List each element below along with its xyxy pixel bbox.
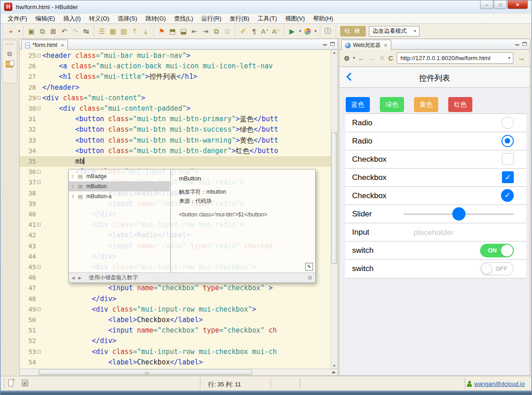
menu-item-r[interactable]: 运行(R) bbox=[197, 14, 225, 24]
go-icon[interactable]: → bbox=[517, 53, 525, 63]
fold-toggle-icon[interactable]: – bbox=[37, 350, 41, 354]
code-line-53[interactable]: 53– <div class="mui-input-row mui-checkb… bbox=[20, 347, 331, 357]
fold-toggle-icon[interactable]: – bbox=[37, 308, 41, 311]
menu-item-l[interactable]: 查找(L) bbox=[170, 14, 197, 24]
stop-icon[interactable]: ✕ bbox=[379, 55, 384, 62]
menu-item-e[interactable]: 编辑(E) bbox=[31, 14, 59, 24]
font-increase-icon[interactable]: A⁺ bbox=[260, 26, 270, 36]
shift-right-icon[interactable]: ⇥ bbox=[200, 26, 210, 36]
code-line-33[interactable]: 33 <button class="mui-btn mui-btn-warnin… bbox=[20, 135, 331, 146]
fold-toggle-icon[interactable]: – bbox=[37, 180, 41, 184]
delete-line-icon[interactable]: ▧ bbox=[119, 26, 129, 36]
join-lines-icon[interactable]: ▦ bbox=[108, 26, 118, 36]
checkbox-round-control[interactable]: ✓ bbox=[501, 189, 514, 202]
run-icon[interactable]: ▶ bbox=[287, 26, 297, 36]
restore-views-icon[interactable]: ⧉ bbox=[7, 50, 12, 58]
account-link[interactable]: wangan@dcloud.io bbox=[467, 380, 525, 387]
radio-control[interactable] bbox=[501, 135, 514, 147]
code-line-50[interactable]: 50 <label>Checkbox</label> bbox=[20, 315, 331, 325]
reindent-icon[interactable]: ↹ bbox=[81, 26, 91, 36]
rail-grip[interactable] bbox=[5, 44, 14, 45]
code-line-51[interactable]: 51 <input name="checkbox" type="checkbox… bbox=[20, 325, 331, 336]
color-button[interactable]: 黄色 bbox=[414, 97, 438, 112]
view-mode-select-caret[interactable]: ▼ bbox=[413, 29, 417, 33]
fold-toggle-icon[interactable]: – bbox=[37, 265, 41, 269]
autocomplete-settings-icon[interactable]: ⚙ bbox=[307, 275, 312, 281]
undo-icon[interactable]: ↶ bbox=[59, 26, 69, 36]
menu-item-h[interactable]: 帮助(H) bbox=[309, 14, 337, 24]
color-button[interactable]: 蓝色 bbox=[346, 97, 370, 112]
code-line-34[interactable]: 34 <button class="mui-btn mui-btn-danger… bbox=[20, 146, 331, 156]
highlighter-icon[interactable]: ✐ bbox=[238, 26, 248, 36]
back-icon[interactable]: ← bbox=[358, 54, 365, 62]
code-line-25[interactable]: 25–<header class="mui-bar mui-bar-nav"> bbox=[20, 51, 331, 61]
new-snippet-icon[interactable] bbox=[8, 380, 13, 386]
scroll-up-icon[interactable]: ▲ bbox=[331, 51, 338, 55]
save-icon[interactable]: ▣ bbox=[26, 26, 36, 36]
insert-line-above-icon[interactable]: ⬒ bbox=[168, 26, 178, 36]
menu-item-f[interactable]: 文件(F) bbox=[4, 14, 31, 24]
autocomplete-item-mbutton[interactable]: 2▤mButton bbox=[69, 181, 170, 191]
toggle-switch[interactable]: ON bbox=[480, 244, 514, 257]
fold-toggle-icon[interactable]: – bbox=[37, 54, 41, 57]
chrome-icon-caret[interactable]: ▼ bbox=[314, 29, 317, 33]
code-line-52[interactable]: 52 </div> bbox=[20, 336, 331, 346]
chrome-icon[interactable] bbox=[302, 26, 312, 36]
move-line-down-icon[interactable]: ⤓ bbox=[141, 26, 151, 36]
next-page-icon[interactable]: ▶ bbox=[78, 276, 82, 280]
close-button[interactable]: ✕ bbox=[507, 0, 528, 9]
prev-page-icon[interactable]: ◀ bbox=[72, 276, 76, 280]
panel-minimize-icon[interactable] bbox=[323, 42, 327, 46]
browser-tab[interactable]: Web浏览器 ✕ bbox=[341, 40, 391, 50]
code-editor[interactable]: 55 <input type="checkbox" name="checkbox… bbox=[19, 50, 338, 369]
autocomplete-item-mbadge[interactable]: 1▤mBadge bbox=[69, 171, 170, 181]
refresh-icon[interactable]: C bbox=[388, 54, 393, 62]
code-line-32[interactable]: 32 <button class="mui-btn mui-btn-succes… bbox=[20, 124, 331, 135]
project-explorer-icon[interactable] bbox=[6, 62, 13, 67]
url-input[interactable]: http://127.0.0.1:8020/hw/form.html ▼ bbox=[397, 52, 513, 64]
tucao-button[interactable]: 吐 槽 bbox=[340, 26, 366, 36]
url-dropdown-icon[interactable]: ▼ bbox=[507, 56, 511, 60]
run-icon-caret[interactable]: ▼ bbox=[298, 29, 302, 33]
format-source-icon[interactable]: ☰ bbox=[97, 26, 107, 36]
code-line-28[interactable]: 28</header> bbox=[20, 82, 331, 93]
new-file-icon[interactable]: + bbox=[6, 26, 16, 36]
redo-icon[interactable]: ↷ bbox=[70, 26, 80, 36]
menu-item-t[interactable]: 工具(T) bbox=[253, 14, 281, 24]
menu-item-o[interactable]: 转义(O) bbox=[85, 14, 113, 24]
code-line-27[interactable]: 27 <h1 class="mui-title">控件列表</h1> bbox=[20, 72, 331, 82]
browser-settings-icon[interactable]: ⚙ bbox=[344, 55, 350, 62]
editor-horizontal-scrollbar[interactable]: ◀ ▶ bbox=[19, 369, 338, 376]
fold-toggle-icon[interactable]: – bbox=[37, 96, 41, 100]
shift-left-icon[interactable]: ⇤ bbox=[189, 26, 200, 36]
text-input[interactable]: placeholder bbox=[414, 228, 454, 237]
move-line-up-icon[interactable]: ⤒ bbox=[130, 26, 140, 36]
menu-item-g[interactable]: 跳转(G) bbox=[141, 14, 170, 24]
code-line-47[interactable]: 47 <input name="checkbox" type="checkbox… bbox=[20, 283, 331, 293]
code-line-35[interactable]: 35 mb bbox=[20, 156, 331, 167]
toggle-switch[interactable]: OFF bbox=[480, 262, 514, 276]
duplicate-doc-disabled-icon[interactable]: ⧉ bbox=[222, 26, 232, 36]
autocomplete-item-mbutton-a[interactable]: 3▤mButton-a bbox=[69, 191, 170, 201]
fold-toggle-icon[interactable]: – bbox=[37, 107, 41, 110]
pilcrow-icon[interactable]: ¶ bbox=[249, 26, 259, 36]
panel-maximize-icon[interactable] bbox=[330, 42, 335, 46]
duplicate-doc-icon[interactable]: ⧉ bbox=[211, 26, 221, 36]
menu-item-i[interactable]: 插入(I) bbox=[59, 14, 85, 24]
validate-icon[interactable]: ✓ bbox=[22, 380, 28, 386]
color-button[interactable]: 绿色 bbox=[380, 97, 404, 112]
code-line-48[interactable]: 48 </div> bbox=[20, 294, 331, 304]
tab-close-icon[interactable]: ✕ bbox=[61, 43, 64, 48]
code-line-49[interactable]: 49– <div class="mui-input-row mui-checkb… bbox=[20, 304, 331, 315]
code-line-29[interactable]: 29–<div class="mui-content"> bbox=[20, 93, 331, 103]
code-line-31[interactable]: 31 <button class="mui-btn mui-btn-primar… bbox=[20, 114, 331, 124]
radio-control[interactable] bbox=[501, 117, 514, 129]
horizontal-scroll-thumb[interactable] bbox=[39, 369, 252, 375]
view-mode-select[interactable]: 边改边看模式▼ bbox=[369, 26, 419, 36]
minimize-button[interactable]: – bbox=[480, 0, 493, 9]
browser-minimize-icon[interactable] bbox=[515, 42, 520, 46]
new-file-icon-caret[interactable]: ▼ bbox=[17, 29, 21, 33]
maximize-button[interactable]: □ bbox=[494, 0, 507, 9]
code-line-54[interactable]: 54 <label>Checkbox</label> bbox=[20, 357, 331, 368]
slider-track[interactable] bbox=[404, 214, 514, 215]
